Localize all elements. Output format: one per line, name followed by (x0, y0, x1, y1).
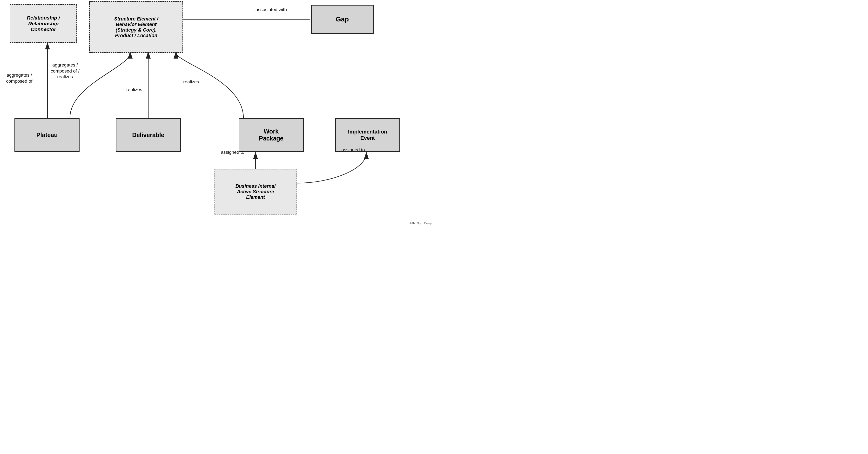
diagram-container: Relationship / Relationship Connector St… (0, 0, 434, 227)
watermark: ©The Open Group (409, 222, 431, 225)
assigned-to-ie-label: assigned to (336, 147, 370, 153)
implementation-event-label: Implementation Event (348, 129, 388, 141)
work-package-label: Work Package (259, 128, 283, 142)
gap-box: Gap (311, 5, 374, 34)
deliverable-box: Deliverable (116, 118, 181, 152)
work-package-box: Work Package (239, 118, 304, 152)
structure-behavior-box: Structure Element / Behavior Element (St… (89, 1, 183, 53)
deliverable-label: Deliverable (132, 132, 164, 138)
business-internal-label: Business Internal Active Structure Eleme… (236, 183, 276, 200)
plateau-box: Plateau (14, 118, 80, 152)
relationship-connector-label: Relationship / Relationship Connector (27, 15, 60, 32)
realizes-workpackage-label: realizes (178, 79, 205, 85)
implementation-event-box: Implementation Event (335, 118, 400, 152)
gap-label: Gap (336, 15, 349, 23)
aggregates-composed-realizes-label: aggregates /composed of /realizes (42, 62, 88, 80)
realizes-deliverable-label: realizes (121, 87, 148, 93)
structure-behavior-label: Structure Element / Behavior Element (St… (114, 16, 158, 38)
business-internal-box: Business Internal Active Structure Eleme… (215, 169, 297, 215)
assigned-to-wp-label: assigned to (216, 150, 249, 155)
aggregates-composed-label: aggregates /composed of (1, 72, 37, 84)
plateau-label: Plateau (36, 132, 58, 138)
associated-with-label: associated with (255, 7, 287, 13)
relationship-connector-box: Relationship / Relationship Connector (10, 4, 77, 43)
